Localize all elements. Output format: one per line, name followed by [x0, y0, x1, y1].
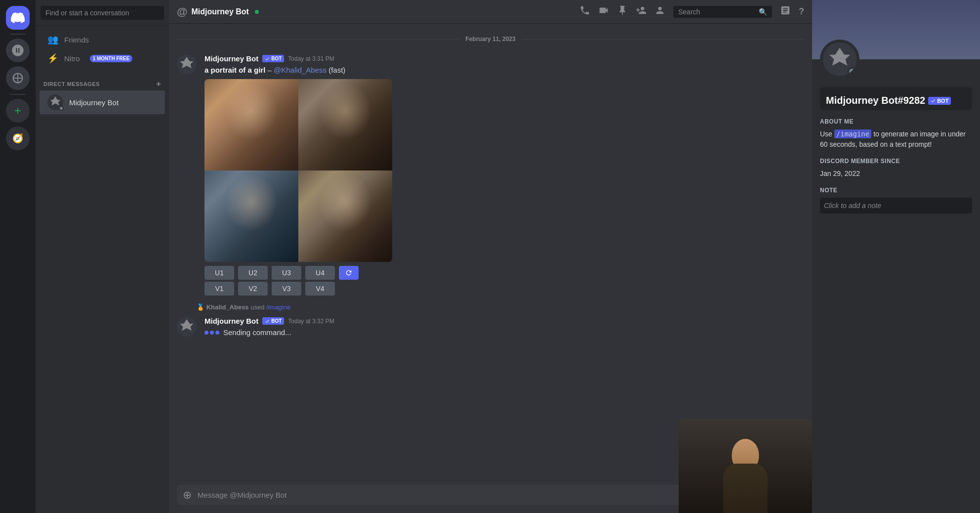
message-content-1: Midjourney Bot BOT Today at 3:31 PM a po… — [204, 54, 804, 298]
about-me-text: Use /imagine to generate an image in und… — [820, 129, 972, 150]
video-person — [716, 434, 775, 513]
bot-badge: BOT — [262, 55, 284, 62]
video-overlay — [679, 419, 812, 513]
avatar-3 — [177, 317, 197, 337]
v3-button[interactable]: V3 — [272, 282, 301, 296]
username: Midjourney Bot#9282 — [826, 95, 925, 106]
add-dm-button[interactable]: + — [156, 80, 161, 88]
status-dot — [59, 106, 64, 111]
dm-search-area — [36, 0, 169, 26]
message-group-3: Midjourney Bot BOT Today at 3:32 PM Send… — [169, 313, 812, 345]
message-mention: @Khalid_Abess — [274, 66, 327, 74]
search-input[interactable] — [41, 6, 164, 20]
date-divider: February 11, 2023 — [169, 32, 812, 46]
dm-item-midjourney[interactable]: Midjourney Bot — [40, 90, 165, 114]
typing-dot-1 — [204, 331, 208, 335]
u4-button[interactable]: U4 — [305, 266, 335, 280]
sidebar-separator-2 — [10, 94, 26, 95]
user-profile-icon[interactable] — [654, 5, 665, 18]
video-content — [679, 419, 812, 513]
v1-button[interactable]: V1 — [204, 282, 234, 296]
discover-button[interactable]: 🧭 — [6, 127, 30, 150]
online-status-dot — [255, 10, 259, 14]
typing-dot-2 — [210, 331, 214, 335]
date-text: February 11, 2023 — [465, 36, 515, 43]
image-cell-tl — [204, 79, 298, 171]
message-text-1: a portrait of a girl – @Khalid_Abess (fa… — [204, 65, 804, 75]
about-highlight: /imagine — [834, 129, 871, 138]
u2-button[interactable]: U2 — [238, 266, 268, 280]
dm-list: Midjourney Bot — [36, 90, 169, 513]
friends-nav-item[interactable]: 👥 Friends — [40, 30, 165, 49]
about-text-prefix: Use — [820, 130, 834, 138]
profile-name: Midjourney Bot#9282 BOT — [826, 91, 966, 106]
nitro-icon: ⚡ — [47, 53, 58, 64]
refresh-button[interactable] — [339, 266, 359, 280]
image-cell-br — [298, 171, 392, 262]
search-field[interactable] — [678, 8, 755, 16]
server-icon-2[interactable] — [6, 66, 30, 90]
message-timestamp: Today at 3:31 PM — [288, 55, 334, 62]
note-title: NOTE — [820, 187, 972, 194]
topbar: @ Midjourney Bot — [169, 0, 812, 24]
phone-icon[interactable] — [579, 5, 590, 18]
v2-button[interactable]: V2 — [238, 282, 268, 296]
attachment-icon[interactable]: ⊕ — [183, 489, 192, 502]
topbar-actions: 🔍 ? — [579, 5, 804, 18]
topbar-title: @ Midjourney Bot — [177, 5, 259, 18]
message-author: Midjourney Bot — [204, 54, 258, 63]
dm-section-title: DIRECT MESSAGES — [43, 81, 100, 87]
server-icon-1[interactable] — [6, 39, 30, 62]
dm-sidebar: 👥 Friends ⚡ Nitro 1 MONTH FREE DIRECT ME… — [36, 0, 169, 513]
sidebar-separator — [10, 34, 26, 35]
message-header-3: Midjourney Bot BOT Today at 3:32 PM — [204, 317, 804, 325]
button-row-1: U1 U2 U3 U4 — [204, 266, 804, 280]
icon-sidebar: + 🧭 — [0, 0, 36, 513]
note-section: NOTE Click to add a note — [820, 187, 972, 214]
avatar — [47, 94, 63, 110]
message-sending: Sending command... — [204, 327, 804, 338]
channel-name: Midjourney Bot — [191, 7, 248, 16]
sending-text: Sending command... — [223, 327, 291, 338]
add-server-button[interactable]: + — [6, 99, 30, 123]
add-friend-icon[interactable] — [636, 5, 647, 18]
v4-button[interactable]: V4 — [305, 282, 335, 296]
search-icon: 🔍 — [759, 8, 767, 16]
note-input[interactable]: Click to add a note — [820, 198, 972, 214]
bot-badge-3: BOT — [262, 317, 284, 325]
image-grid[interactable] — [204, 79, 392, 262]
about-me-section: ABOUT ME Use /imagine to generate an ima… — [820, 118, 972, 150]
system-command: /imagine — [266, 303, 290, 311]
member-since-section: DISCORD MEMBER SINCE Jan 29, 2022 — [820, 158, 972, 179]
pin-icon[interactable] — [617, 5, 628, 18]
message-text-bold: a portrait of a girl — [204, 66, 265, 74]
avatar — [177, 54, 197, 74]
profile-header — [812, 0, 980, 59]
system-user-icon: 🏅 — [197, 303, 204, 311]
message-author-3: Midjourney Bot — [204, 317, 258, 325]
u3-button[interactable]: U3 — [272, 266, 301, 280]
system-action: used — [250, 303, 266, 311]
dm-item-name: Midjourney Bot — [69, 98, 119, 107]
dm-section-header: DIRECT MESSAGES + — [36, 72, 169, 90]
video-icon[interactable] — [598, 5, 609, 18]
dm-nav: 👥 Friends ⚡ Nitro 1 MONTH FREE — [36, 26, 169, 72]
message-input[interactable] — [196, 485, 730, 505]
nitro-label: Nitro — [64, 54, 80, 63]
message-header-1: Midjourney Bot BOT Today at 3:31 PM — [204, 54, 804, 63]
u1-button[interactable]: U1 — [204, 266, 234, 280]
inbox-icon[interactable] — [780, 5, 791, 18]
right-panel: Midjourney Bot#9282 BOT ABOUT ME Use /im… — [812, 0, 980, 513]
help-icon[interactable]: ? — [799, 6, 804, 17]
nitro-nav-item[interactable]: ⚡ Nitro 1 MONTH FREE — [40, 49, 165, 68]
message-group-1: Midjourney Bot BOT Today at 3:31 PM a po… — [169, 50, 812, 301]
message-text-sep: – — [268, 66, 274, 74]
chat-messages: February 11, 2023 Midjourney Bot BOT Tod… — [169, 24, 812, 485]
friends-icon: 👥 — [47, 34, 58, 45]
typing-dots — [204, 331, 219, 335]
profile-card: Midjourney Bot#9282 BOT — [820, 87, 972, 110]
profile-avatar — [820, 40, 859, 79]
member-since-title: DISCORD MEMBER SINCE — [820, 158, 972, 165]
home-button[interactable] — [6, 6, 30, 30]
search-box: 🔍 — [673, 6, 772, 18]
